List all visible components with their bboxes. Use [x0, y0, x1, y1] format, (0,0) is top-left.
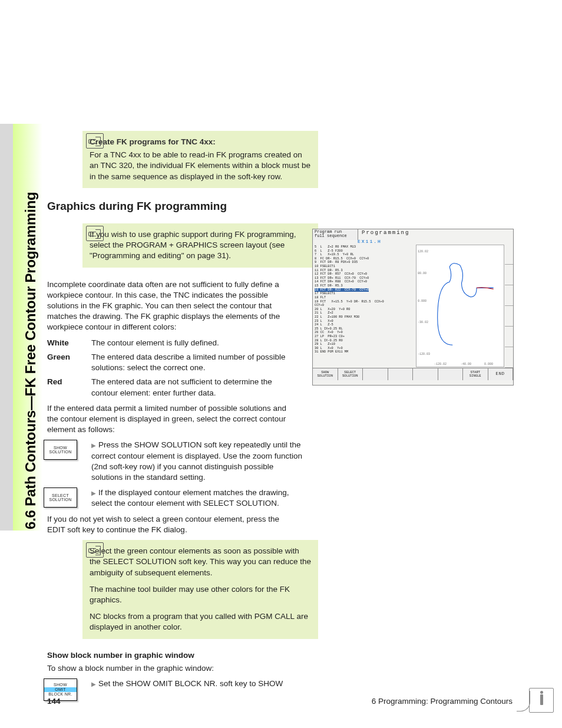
caret-icon: ▶	[91, 490, 96, 496]
color-legend-table: White The contour element is fully defin…	[47, 338, 300, 398]
note-box-select-green: Select the green contour elements as soo…	[82, 540, 318, 639]
softkey-instruction: ▶If the displayed contour element matche…	[91, 487, 306, 509]
softkey-line: SOLUTION	[44, 498, 77, 502]
color-desc: The entered data are not sufficient to d…	[91, 377, 300, 398]
ss-mode-left-l2: full sequence	[315, 234, 356, 238]
softkey-line: BLOCK NR.	[44, 692, 77, 697]
ss-right-sidebar	[505, 244, 513, 368]
note-icon	[86, 133, 104, 149]
color-label: White	[47, 338, 91, 348]
ss-softkey-row: SHOWSOLUTION SELECTSOLUTION STARTSINGLE …	[313, 368, 513, 380]
info-icon	[529, 688, 554, 713]
note-body: If you wish to use graphic support durin…	[90, 229, 311, 262]
ss-nc-program: 5 L Z+2 R0 FMAX M13 6 L Z-5 F200 7 L X+1…	[313, 244, 415, 368]
page-footer: 144 6 Programming: Programming Contours	[47, 697, 513, 706]
sidebar-section-tab: 6.6 Path Contours—FK Free Contour Progra…	[0, 124, 42, 531]
note-line: NC blocks from a program that you called…	[90, 611, 311, 633]
softkey-line: SHOW	[44, 683, 77, 687]
footer-corner-line	[517, 691, 530, 711]
color-label: Red	[47, 377, 91, 398]
tnc-screenshot: Program run full sequence Programming EX…	[312, 229, 514, 386]
softkey-line: SELECT	[44, 493, 77, 498]
color-label: Green	[47, 352, 91, 373]
note-box-tnc4xx: Create FK programs for TNC 4xx: For a TN…	[82, 131, 318, 188]
ss-sk-empty	[363, 368, 388, 380]
ss-fk-graphic: 120.02 80.00 0.000 -30.02 -120.03 -120.0…	[416, 245, 504, 367]
sidebar-gray-strip	[0, 124, 13, 531]
contour-svg	[416, 245, 504, 367]
softkey-line: SOLUTION	[44, 450, 77, 454]
heading-graphics-fk: Graphics during FK programming	[47, 200, 513, 213]
note-icon	[86, 226, 104, 241]
section-title-vertical: 6.6 Path Contours—FK Free Contour Progra…	[22, 192, 39, 529]
paragraph: Incomplete coordinate data often are not…	[47, 279, 295, 333]
paragraph: If you do not yet wish to select a green…	[47, 514, 295, 535]
softkey-select-solution[interactable]: SELECT SOLUTION	[44, 487, 77, 508]
ss-sk-empty	[388, 368, 414, 380]
softkey-show-solution[interactable]: SHOW SOLUTION	[44, 440, 77, 460]
heading-show-block-nr: Show block number in graphic window	[47, 651, 513, 660]
note-line: The machine tool builder may use other c…	[90, 584, 311, 605]
note-box-graphics-layout: If you wish to use graphic support durin…	[82, 223, 318, 268]
color-desc: The entered data describe a limited numb…	[91, 352, 300, 373]
ss-sk-empty	[413, 368, 438, 380]
color-desc: The contour element is fully defined.	[91, 338, 300, 348]
softkey-instruction: ▶Set the SHOW OMIT BLOCK NR. soft key to…	[91, 678, 306, 689]
caret-icon: ▶	[91, 442, 96, 449]
ss-sk-show-solution[interactable]: SHOWSOLUTION	[313, 368, 338, 380]
chapter-label: 6 Programming: Programming Contours	[372, 697, 513, 706]
ss-sk-select-solution[interactable]: SELECTSOLUTION	[338, 368, 363, 380]
paragraph: To show a block number in the graphic wi…	[47, 663, 295, 674]
softkey-line: SHOW	[44, 446, 77, 450]
ss-mode-header: Program run full sequence Programming	[313, 229, 513, 240]
page-number: 144	[47, 697, 61, 706]
ss-sk-empty	[438, 368, 464, 380]
note-body: For a TNC 4xx to be able to read-in FK p…	[90, 150, 311, 182]
ss-sk-start-single[interactable]: STARTSINGLE	[463, 368, 488, 380]
softkey-instruction: ▶Press the SHOW SOLUTION soft key repeat…	[91, 440, 306, 483]
ss-highlighted-block: 16 FCT DR- R22 CCX-70 CCY+0	[315, 288, 369, 292]
ss-sk-end[interactable]: END	[488, 368, 514, 380]
softkey-line-highlighted: OMIT	[44, 687, 77, 692]
note-title: Create FK programs for TNC 4xx:	[90, 137, 311, 147]
note-line: Select the green contour elements as soo…	[90, 546, 311, 578]
paragraph: If the entered data permit a limited num…	[47, 403, 295, 436]
note-icon	[86, 542, 104, 558]
caret-icon: ▶	[91, 681, 96, 687]
